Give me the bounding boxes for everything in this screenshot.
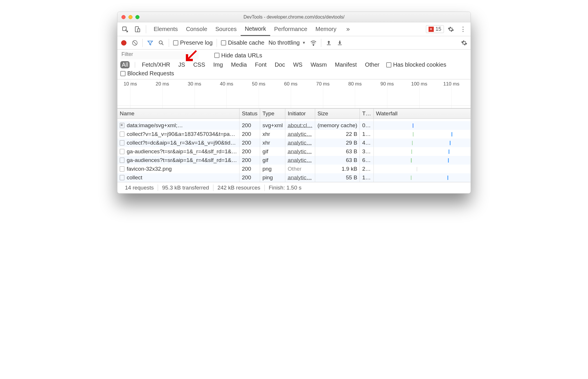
- filter-type-wasm[interactable]: Wasm: [309, 61, 328, 68]
- size-cell: 63 B: [315, 156, 360, 165]
- waterfall-bar: [376, 158, 471, 163]
- tab-console[interactable]: Console: [182, 22, 211, 36]
- has-blocked-cookies-checkbox[interactable]: Has blocked cookies: [386, 61, 446, 68]
- table-row[interactable]: [117, 119, 471, 121]
- size-cell: 63 B: [315, 147, 360, 156]
- request-name: collect: [127, 174, 142, 181]
- tabs-overflow-button[interactable]: »: [342, 22, 354, 36]
- divider: [321, 39, 321, 47]
- resource-type-filters: AllFetch/XHRJSCSSImgMediaFontDocWSWasmMa…: [120, 61, 468, 68]
- more-options-icon[interactable]: ⋮: [458, 24, 468, 34]
- hide-data-urls-label: Hide data URLs: [221, 52, 262, 59]
- table-row[interactable]: collect?t=dc&aip=1&_r=3&v=1&_v=j90&tid…2…: [117, 139, 471, 147]
- record-button[interactable]: [120, 39, 127, 46]
- divider: [217, 39, 217, 47]
- table-row[interactable]: collect200pinganalytic…55 B1…: [117, 173, 471, 182]
- initiator-link[interactable]: analytic…: [288, 140, 312, 146]
- waterfall-bar: [376, 132, 471, 137]
- time-cell: 1…: [360, 130, 374, 139]
- type-cell: gif: [260, 147, 285, 156]
- col-time[interactable]: T…: [360, 109, 374, 119]
- time-cell: 1…: [360, 173, 374, 182]
- status-cell: 200: [239, 173, 260, 182]
- ruler-label: 40 ms: [220, 81, 233, 87]
- filter-type-fetchxhr[interactable]: Fetch/XHR: [140, 61, 172, 68]
- initiator-link[interactable]: about:cl…: [288, 122, 313, 128]
- requests-table: Name Status Type Initiator Size T… Water…: [117, 108, 471, 182]
- ruler-label: 110 ms: [443, 81, 460, 87]
- window-titlebar: DevTools - developer.chrome.com/docs/dev…: [117, 12, 471, 22]
- table-row[interactable]: collect?v=1&_v=j90&a=1837457034&t=pa…200…: [117, 130, 471, 139]
- upload-har-icon[interactable]: [325, 39, 332, 46]
- filter-type-all[interactable]: All: [120, 61, 130, 68]
- size-cell: 22 B: [315, 130, 360, 139]
- initiator-link[interactable]: analytic…: [288, 174, 312, 181]
- file-type-icon: [120, 175, 124, 180]
- annotation-arrow-icon: [184, 48, 199, 64]
- filter-type-font[interactable]: Font: [253, 61, 268, 68]
- col-name[interactable]: Name: [117, 109, 239, 119]
- filter-type-other[interactable]: Other: [364, 61, 381, 68]
- network-settings-gear-icon[interactable]: [461, 39, 468, 46]
- file-type-icon: [120, 132, 124, 137]
- table-row[interactable]: data:image/svg+xml;…200svg+xmlabout:cl…(…: [117, 121, 471, 130]
- table-row[interactable]: favicon-32x32.png200pngOther1.9 kB2…: [117, 165, 471, 173]
- initiator-link[interactable]: analytic…: [288, 131, 312, 137]
- status-cell: 200: [239, 130, 260, 139]
- time-cell: 2…: [360, 165, 374, 173]
- col-type[interactable]: Type: [260, 109, 285, 119]
- error-count: 15: [435, 26, 441, 32]
- size-cell: 29 B: [315, 139, 360, 147]
- search-icon[interactable]: [158, 39, 165, 46]
- tab-memory[interactable]: Memory: [311, 22, 340, 36]
- tab-network[interactable]: Network: [241, 22, 270, 36]
- ruler-label: 30 ms: [188, 81, 201, 87]
- network-conditions-icon[interactable]: [310, 39, 317, 46]
- download-har-icon[interactable]: [336, 39, 343, 46]
- table-row[interactable]: ga-audiences?t=sr&aip=1&_r=4&slf_rd=1&…2…: [117, 147, 471, 156]
- table-row[interactable]: ga-audiences?t=sr&aip=1&_r=4&slf_rd=1&…2…: [117, 156, 471, 165]
- waterfall-bar: [376, 166, 471, 172]
- preserve-log-checkbox[interactable]: Preserve log: [173, 39, 213, 46]
- ruler-label: 90 ms: [380, 81, 394, 87]
- col-status[interactable]: Status: [239, 109, 260, 119]
- ruler-label: 80 ms: [348, 81, 362, 87]
- throttling-select[interactable]: No throttling ▼: [268, 39, 306, 46]
- hide-data-urls-checkbox[interactable]: Hide data URLs: [214, 52, 262, 59]
- col-size[interactable]: Size: [315, 109, 360, 119]
- disable-cache-checkbox[interactable]: Disable cache: [221, 39, 264, 46]
- device-toolbar-icon[interactable]: [132, 24, 142, 34]
- overview-timeline[interactable]: 10 ms20 ms30 ms40 ms50 ms60 ms70 ms80 ms…: [117, 79, 471, 108]
- filter-type-ws[interactable]: WS: [292, 61, 304, 68]
- svg-rect-2: [138, 29, 140, 32]
- request-name: favicon-32x32.png: [127, 166, 172, 172]
- devtools-window: DevTools - developer.chrome.com/docs/dev…: [117, 12, 471, 194]
- time-cell: 4…: [360, 139, 374, 147]
- filter-icon[interactable]: [147, 39, 154, 46]
- col-waterfall[interactable]: Waterfall▲: [373, 109, 471, 119]
- waterfall-bar: [376, 175, 471, 180]
- filter-type-img[interactable]: Img: [212, 61, 224, 68]
- filter-bar: Filter Hide data URLs AllFetch/XHRJSCSSI…: [117, 50, 471, 79]
- clear-button[interactable]: [131, 39, 138, 46]
- tab-sources[interactable]: Sources: [211, 22, 241, 36]
- status-bar: 14 requests 95.3 kB transferred 242 kB r…: [117, 182, 471, 193]
- svg-point-4: [159, 41, 162, 44]
- error-count-badge[interactable]: ✕ 15: [426, 25, 444, 33]
- initiator-link[interactable]: analytic…: [288, 148, 312, 154]
- filter-type-doc[interactable]: Doc: [273, 61, 286, 68]
- inspect-element-icon[interactable]: [120, 24, 130, 34]
- filter-type-media[interactable]: Media: [230, 61, 248, 68]
- tab-elements[interactable]: Elements: [150, 22, 182, 36]
- col-initiator[interactable]: Initiator: [285, 109, 315, 119]
- tab-performance[interactable]: Performance: [270, 22, 312, 36]
- request-name: ga-audiences?t=sr&aip=1&_r=4&slf_rd=1&…: [127, 148, 237, 155]
- blocked-requests-checkbox[interactable]: Blocked Requests: [120, 70, 174, 77]
- divider: [142, 39, 143, 47]
- divider: [146, 25, 146, 33]
- initiator-link[interactable]: analytic…: [288, 157, 312, 163]
- filter-type-manifest[interactable]: Manifest: [333, 61, 358, 68]
- type-cell: xhr: [260, 130, 285, 139]
- settings-gear-icon[interactable]: [446, 24, 456, 34]
- size-cell: 55 B: [315, 173, 360, 182]
